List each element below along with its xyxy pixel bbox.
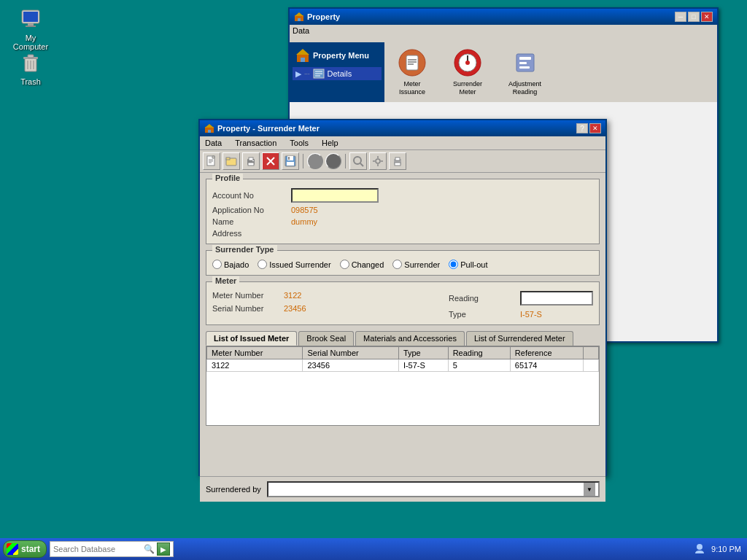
- tab-list-surrendered-meter[interactable]: List of Surrendered Meter: [466, 331, 573, 346]
- table-cell: 23456: [303, 359, 398, 372]
- toolbar-open-button[interactable]: [222, 152, 240, 170]
- property-close-button[interactable]: ✕: [701, 12, 713, 22]
- type-label: Type: [449, 310, 514, 319]
- tab-list-issued-meter[interactable]: List of Issued Meter: [206, 331, 297, 346]
- svg-rect-41: [226, 158, 230, 160]
- search-icon-button[interactable]: 🔍: [142, 542, 155, 556]
- radio-pullout[interactable]: Pull-out: [449, 260, 487, 269]
- table-body: 312223456I-57-S565174: [207, 359, 599, 372]
- toolbar-circle1-button[interactable]: [307, 153, 323, 169]
- radio-issued-surrender-input[interactable]: [258, 260, 267, 269]
- taskbar-right: 9:10 PM: [694, 543, 744, 555]
- surrender-dialog-controls: ? ✕: [576, 123, 601, 133]
- surrender-type-title: Surrender Type: [212, 245, 277, 254]
- svg-rect-21: [406, 55, 418, 70]
- menu-tools[interactable]: Tools: [287, 138, 311, 148]
- address-value: [291, 229, 593, 238]
- surrender-dialog-content: Profile Account No Application No 098575…: [200, 173, 605, 476]
- meter-number-value: 3122: [284, 291, 301, 300]
- search-input[interactable]: [53, 542, 141, 556]
- tabs-section: List of Issued Meter Brook Seal Material…: [206, 331, 600, 426]
- radio-pullout-input[interactable]: [449, 260, 458, 269]
- svg-rect-31: [519, 62, 527, 64]
- menu-data[interactable]: Data: [203, 138, 224, 148]
- radio-surrender[interactable]: Surrender: [392, 260, 440, 269]
- svg-rect-35: [208, 130, 211, 133]
- toolbar-new-button[interactable]: [203, 152, 220, 170]
- meter-number-label: Meter Number: [212, 291, 278, 300]
- surrender-dialog-title-left: Property - Surrender Meter: [204, 123, 320, 133]
- surrender-menu-bar: Data Transaction Tools Help: [200, 136, 605, 150]
- col-extra: [584, 347, 599, 359]
- type-value: I-57-S: [520, 310, 542, 319]
- meter-left: Meter Number 3122 Serial Number 23456: [212, 291, 306, 319]
- meter-number-row: Meter Number 3122: [212, 291, 306, 300]
- toolbar-search-button[interactable]: [349, 152, 367, 170]
- toolbar-print-button[interactable]: [242, 152, 260, 170]
- surrender-close-button[interactable]: ✕: [589, 123, 601, 133]
- radio-surrender-label: Surrender: [404, 260, 440, 269]
- table-cell: 5: [448, 359, 510, 372]
- svg-rect-51: [287, 162, 294, 166]
- tab-brook-seal[interactable]: Brook Seal: [298, 331, 354, 346]
- svg-rect-12: [298, 18, 301, 21]
- table-cell: 65174: [510, 359, 584, 372]
- tray-user-icon: [694, 543, 705, 555]
- radio-issued-surrender[interactable]: Issued Surrender: [258, 260, 330, 269]
- svg-rect-60: [395, 158, 400, 160]
- property-minimize-button[interactable]: ─: [675, 12, 686, 22]
- menu-help[interactable]: Help: [320, 138, 341, 148]
- surrender-help-button[interactable]: ?: [576, 123, 588, 133]
- profile-fields: Account No Application No 098575 Name du…: [212, 188, 593, 238]
- delete-icon: [265, 155, 276, 167]
- toolbar-settings-button[interactable]: [369, 152, 387, 170]
- svg-rect-15: [301, 58, 305, 62]
- serial-number-value: 23456: [284, 304, 306, 313]
- toolbar-save-button[interactable]: [282, 152, 299, 170]
- radio-surrender-input[interactable]: [392, 260, 402, 269]
- radio-changed-input[interactable]: [340, 260, 349, 269]
- menu-transaction[interactable]: Transaction: [233, 138, 279, 148]
- meter-issuance-label: MeterIssuance: [399, 80, 425, 96]
- surrendered-by-dropdown[interactable]: ▼: [267, 481, 600, 497]
- property-window-controls: ─ □ ✕: [675, 12, 713, 22]
- print2-toolbar-icon: [392, 155, 403, 167]
- property-menu-data[interactable]: Data: [293, 26, 309, 35]
- surrender-meter-button[interactable]: SurrenderMeter: [446, 48, 489, 96]
- toolbar-circle2-button[interactable]: [325, 153, 341, 169]
- adjustment-reading-button[interactable]: AdjustmentReading: [501, 48, 549, 96]
- svg-rect-1: [23, 12, 38, 22]
- property-maximize-button[interactable]: □: [688, 12, 700, 22]
- meter-issuance-button[interactable]: MeterIssuance: [390, 48, 434, 96]
- table-row[interactable]: 312223456I-57-S565174: [207, 359, 599, 372]
- start-button[interactable]: start: [3, 540, 47, 558]
- search-go-button[interactable]: ▶: [157, 542, 170, 556]
- svg-rect-44: [248, 163, 254, 166]
- svg-point-28: [465, 61, 470, 65]
- reading-input[interactable]: [520, 291, 593, 306]
- application-no-value: 098575: [291, 206, 593, 214]
- details-item[interactable]: ▶ ··· Details: [293, 67, 382, 80]
- toolbar-print2-button[interactable]: [389, 152, 406, 170]
- radio-changed[interactable]: Changed: [340, 260, 384, 269]
- toolbar-delete-button[interactable]: [262, 152, 279, 170]
- property-menu-label: Property Menu: [313, 51, 369, 60]
- application-no-label: Application No: [212, 206, 285, 214]
- reading-row: Reading: [449, 291, 593, 306]
- address-label: Address: [212, 229, 285, 238]
- svg-marker-11: [295, 12, 303, 16]
- serial-number-label: Serial Number: [212, 304, 278, 313]
- my-computer-icon[interactable]: My Computer: [7, 7, 54, 51]
- radio-bajado-input[interactable]: [212, 260, 222, 269]
- radio-changed-label: Changed: [352, 260, 384, 269]
- table-cell: 3122: [207, 359, 303, 372]
- svg-rect-30: [519, 57, 531, 60]
- svg-rect-32: [519, 66, 530, 69]
- svg-rect-45: [252, 160, 254, 161]
- account-no-input[interactable]: [291, 188, 379, 203]
- surrender-type-group: Surrender Type Bajado Issued Surrender C…: [206, 250, 600, 276]
- radio-bajado[interactable]: Bajado: [212, 260, 249, 269]
- property-menu-item[interactable]: Property Menu: [293, 45, 382, 66]
- tab-materials-accessories[interactable]: Materials and Accessories: [355, 331, 465, 346]
- trash-icon-desktop[interactable]: Trash: [7, 51, 54, 86]
